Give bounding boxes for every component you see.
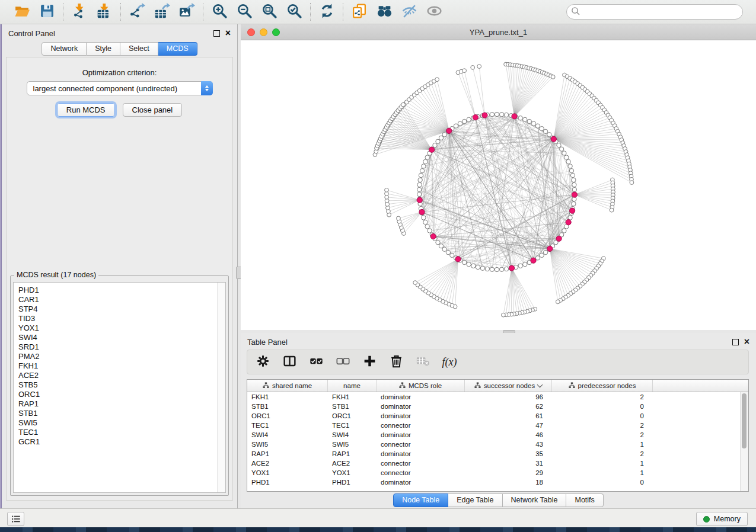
column-header-successor-nodes[interactable]: successor nodes [465, 380, 552, 392]
ring-node[interactable] [543, 250, 547, 254]
ring-node[interactable] [485, 267, 489, 271]
leaf-node[interactable] [630, 181, 634, 185]
column-header-name[interactable]: name [328, 380, 377, 392]
ring-node[interactable] [535, 124, 540, 128]
list-item[interactable]: RAP1 [18, 399, 225, 409]
list-item[interactable]: PHD1 [18, 286, 225, 295]
table-scrollbar[interactable] [740, 392, 748, 491]
ring-node[interactable] [462, 119, 467, 123]
ring-node[interactable] [476, 265, 480, 269]
mcds-node[interactable] [446, 128, 452, 133]
list-item[interactable]: TID3 [18, 314, 225, 323]
show-all-button[interactable] [425, 3, 443, 21]
mcds-node[interactable] [551, 136, 556, 142]
save-session-button[interactable] [38, 3, 56, 21]
mcds-node[interactable] [430, 234, 436, 239]
ring-node[interactable] [566, 159, 570, 164]
ring-node[interactable] [540, 126, 544, 130]
search-input[interactable] [566, 4, 743, 20]
table-row[interactable]: STB1STB1dominator620 [247, 402, 748, 411]
list-item[interactable]: PMA2 [18, 352, 225, 361]
list-item[interactable]: ORC1 [18, 390, 225, 399]
zoom-out-button[interactable] [235, 3, 253, 21]
ring-node[interactable] [572, 182, 576, 187]
mcds-node[interactable] [566, 220, 571, 225]
ring-node[interactable] [442, 247, 446, 251]
mcds-node[interactable] [547, 246, 553, 251]
ring-node[interactable] [523, 117, 527, 121]
mcds-node[interactable] [572, 192, 577, 197]
ring-node[interactable] [471, 264, 476, 268]
export-table-button[interactable] [153, 3, 171, 21]
table-mode-button[interactable] [255, 354, 270, 370]
leaf-node[interactable] [502, 313, 506, 317]
list-item[interactable]: STB1 [18, 409, 225, 418]
window-zoom-button[interactable] [272, 28, 280, 36]
column-header-predecessor-nodes[interactable]: predecessor nodes [552, 380, 653, 392]
create-column-button[interactable] [362, 354, 377, 370]
search-network-button[interactable] [375, 3, 393, 21]
ring-node[interactable] [495, 267, 499, 271]
ring-node[interactable] [523, 262, 527, 267]
ring-node[interactable] [442, 133, 446, 137]
ring-node[interactable] [439, 244, 443, 248]
mcds-node[interactable] [512, 114, 517, 119]
ring-node[interactable] [518, 116, 522, 120]
hide-selected-button[interactable] [400, 3, 418, 21]
ring-node[interactable] [417, 187, 421, 191]
ring-node[interactable] [417, 182, 422, 187]
ring-node[interactable] [569, 169, 573, 173]
zoom-selected-button[interactable] [285, 3, 303, 21]
leaf-node[interactable] [556, 300, 560, 304]
ring-node[interactable] [490, 267, 494, 271]
ring-node[interactable] [560, 147, 564, 151]
list-item[interactable]: CAR1 [18, 295, 225, 305]
table-row[interactable]: TEC1TEC1connector472 [247, 421, 748, 430]
ring-node[interactable] [462, 260, 467, 264]
table-row[interactable]: RAP1RAP1dominator352 [247, 449, 748, 459]
tab-network[interactable]: Network [42, 42, 87, 56]
select-all-button[interactable] [308, 354, 324, 370]
leaf-node[interactable] [413, 281, 417, 285]
mcds-node[interactable] [473, 115, 478, 120]
mcds-node[interactable] [509, 265, 514, 271]
ring-node[interactable] [422, 216, 426, 220]
ring-node[interactable] [504, 267, 508, 271]
clone-network-button[interactable] [350, 3, 368, 21]
table-row[interactable]: ACE2ACE2connector311 [247, 459, 748, 468]
ring-node[interactable] [562, 151, 566, 155]
ring-node[interactable] [450, 253, 454, 257]
list-item[interactable]: SWI4 [18, 333, 225, 342]
leaf-node[interactable] [462, 69, 467, 73]
ring-node[interactable] [417, 192, 421, 196]
zoom-in-button[interactable] [210, 3, 228, 21]
network-canvas[interactable] [241, 40, 756, 330]
refresh-view-button[interactable] [318, 3, 336, 21]
leaf-node[interactable] [610, 208, 614, 212]
list-item[interactable]: YOX1 [18, 323, 225, 333]
delete-columns-button[interactable] [388, 354, 404, 370]
show-panels-button[interactable] [7, 512, 24, 526]
ring-node[interactable] [439, 136, 443, 140]
list-item[interactable]: GCR1 [18, 437, 225, 447]
ring-node[interactable] [568, 216, 572, 220]
float-table-panel-icon[interactable] [732, 339, 739, 345]
ring-node[interactable] [570, 173, 575, 177]
ring-node[interactable] [420, 169, 424, 173]
ring-node[interactable] [428, 229, 432, 233]
ring-node[interactable] [518, 264, 522, 268]
tab-mcds[interactable]: MCDS [158, 42, 197, 56]
float-panel-icon[interactable] [213, 30, 220, 37]
ring-node[interactable] [446, 250, 450, 254]
mcds-node[interactable] [570, 208, 575, 213]
ring-node[interactable] [540, 253, 544, 257]
ring-node[interactable] [557, 143, 561, 147]
ring-node[interactable] [562, 229, 566, 233]
mcds-node[interactable] [482, 113, 487, 118]
ring-node[interactable] [467, 262, 471, 267]
table-scrollbar-thumb[interactable] [742, 393, 747, 448]
list-item[interactable]: ACE2 [18, 371, 225, 380]
ring-node[interactable] [499, 113, 503, 117]
list-item[interactable]: SRD1 [18, 342, 225, 352]
deselect-all-button[interactable] [335, 354, 350, 370]
